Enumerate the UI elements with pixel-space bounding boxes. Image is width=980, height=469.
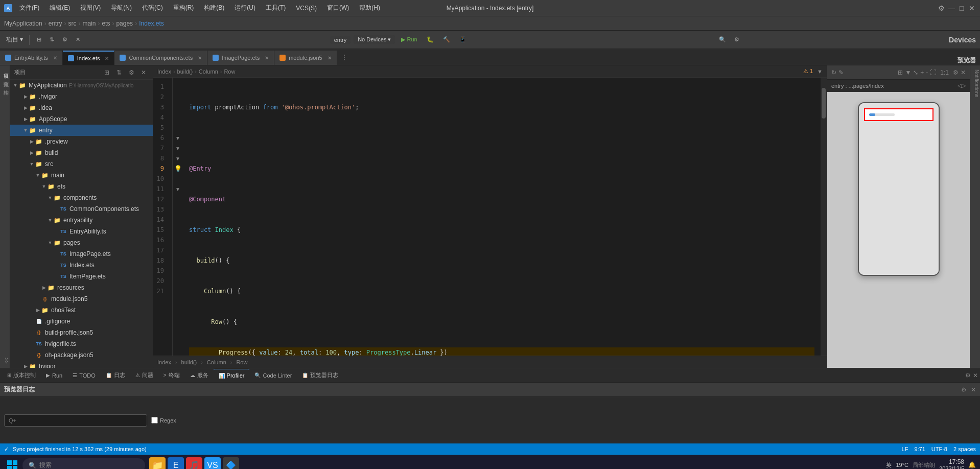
tree-item-root[interactable]: ▼ 📁 MyApplication E:\HarmonyOS\MyApplica… bbox=[10, 80, 153, 91]
left-tab-project[interactable]: 项目 bbox=[0, 65, 10, 74]
menu-item-view[interactable]: 视图(V) bbox=[77, 4, 104, 12]
tree-item-entryability[interactable]: ▼ 📁 entryability bbox=[10, 215, 153, 226]
tree-item-ets[interactable]: ▼ 📁 ets bbox=[10, 181, 153, 192]
tree-item-build-folder[interactable]: ▶ 📁 build bbox=[10, 147, 153, 158]
build-button[interactable]: 🔨 bbox=[440, 34, 453, 46]
code-container[interactable]: 1 2 3 4 5 6 7 8 9 10 11 12 13 14 15 16 1 bbox=[153, 78, 827, 356]
gutter-fold-7[interactable]: ▼ bbox=[173, 143, 183, 153]
preview-nav-next[interactable]: ▷ bbox=[962, 82, 966, 89]
editor-bc-build[interactable]: build() bbox=[177, 68, 193, 75]
menu-item-refactor[interactable]: 重构(R) bbox=[170, 4, 197, 12]
gutter-fold-11[interactable]: ▼ bbox=[173, 184, 183, 194]
tree-item-preview[interactable]: ▶ 📁 .preview bbox=[10, 136, 153, 147]
sidebar-sort-btn[interactable]: ⇅ bbox=[114, 67, 124, 78]
taskbar-app-2[interactable]: E bbox=[168, 457, 184, 470]
project-label[interactable]: 项目 ▾ bbox=[4, 35, 25, 44]
sort-icon-btn[interactable]: ⇅ bbox=[46, 34, 57, 46]
tab-index[interactable]: Index.ets ✕ bbox=[63, 51, 115, 65]
tree-item-hvigor-hidden[interactable]: ▶ 📁 .hvigor bbox=[10, 91, 153, 102]
close-panel-btn[interactable]: ✕ bbox=[73, 34, 83, 46]
breadcrumb-item-src[interactable]: src bbox=[68, 20, 76, 27]
status-indent[interactable]: 2 spaces bbox=[953, 446, 976, 452]
tree-item-index-ets[interactable]: ▶ TS Index.ets bbox=[10, 260, 153, 271]
editor-bc-index2[interactable]: Index bbox=[157, 359, 171, 365]
settings-icon[interactable]: ⚙ bbox=[937, 4, 945, 12]
taskbar-app-3[interactable]: 🎵 bbox=[186, 457, 202, 470]
left-tab-expand[interactable]: >> bbox=[0, 354, 10, 368]
preview-sync-icon[interactable]: ↻ bbox=[831, 69, 836, 76]
gutter-warning-9[interactable]: 💡 bbox=[173, 163, 183, 174]
log-search-input[interactable] bbox=[4, 414, 147, 427]
tab-close-commoncomponents[interactable]: ✕ bbox=[198, 55, 202, 61]
tree-item-appscope[interactable]: ▶ 📁 AppScope bbox=[10, 113, 153, 125]
tabs-overflow-btn[interactable]: ⋮ bbox=[337, 54, 352, 61]
menu-item-file[interactable]: 文件(F) bbox=[16, 4, 42, 12]
close-button[interactable]: ✕ bbox=[968, 4, 976, 12]
bottom-tab-todo[interactable]: ☰ TODO bbox=[67, 369, 101, 382]
layout-icon-btn[interactable]: ⊞ bbox=[34, 34, 44, 46]
notifications-tab[interactable]: Notifications bbox=[970, 65, 980, 101]
breadcrumb-item-pages[interactable]: pages bbox=[116, 20, 133, 27]
tree-item-ohpackage[interactable]: ▶ {} oh-package.json5 bbox=[10, 349, 153, 361]
tab-close-imagepage[interactable]: ✕ bbox=[265, 55, 269, 61]
tab-close-modulejson[interactable]: ✕ bbox=[328, 55, 332, 61]
tree-item-commoncomponents[interactable]: ▶ TS CommonComponents.ets bbox=[10, 203, 153, 215]
editor-bc-column2[interactable]: Column bbox=[207, 359, 226, 365]
bottom-tab-log[interactable]: 📋 日志 bbox=[101, 369, 130, 382]
preview-zoom-out-icon[interactable]: - bbox=[926, 69, 928, 76]
preview-grid-icon[interactable]: ⊞ bbox=[898, 69, 903, 76]
run-button[interactable]: ▶ Run bbox=[398, 34, 420, 46]
menu-item-run[interactable]: 运行(U) bbox=[231, 4, 259, 12]
gutter-fold-6[interactable]: ▼ bbox=[173, 133, 183, 143]
menu-item-help[interactable]: 帮助(H) bbox=[356, 4, 383, 12]
bottom-tab-problems[interactable]: ⚠ 问题 bbox=[130, 369, 158, 382]
tab-close-index[interactable]: ✕ bbox=[105, 56, 109, 61]
tree-item-buildprofile[interactable]: ▶ {} build-profile.json5 bbox=[10, 327, 153, 338]
menu-item-tools[interactable]: 工具(T) bbox=[263, 4, 289, 12]
status-encoding[interactable]: UTF-8 bbox=[931, 446, 947, 452]
breadcrumb-item-index[interactable]: Index.ets bbox=[139, 20, 164, 27]
editor-scrollbar-thumb[interactable] bbox=[822, 88, 826, 119]
taskbar-search[interactable]: 🔍 搜索 bbox=[22, 458, 145, 470]
bottom-tab-vcs[interactable]: ⊞ 版本控制 bbox=[2, 369, 41, 382]
bottom-tab-profiler[interactable]: 📊 Profiler bbox=[214, 369, 250, 382]
tree-item-src[interactable]: ▼ 📁 src bbox=[10, 158, 153, 170]
sidebar-close-btn[interactable]: ✕ bbox=[138, 67, 149, 78]
start-button[interactable] bbox=[4, 457, 20, 470]
bottom-tab-run[interactable]: ▶ Run bbox=[41, 369, 67, 382]
tree-item-hvigorfile[interactable]: ▶ TS hvigorfile.ts bbox=[10, 338, 153, 349]
tree-item-ohostest[interactable]: ▶ 📁 ohosTest bbox=[10, 304, 153, 316]
settings-btn[interactable]: ⚙ bbox=[59, 34, 71, 46]
editor-bc-index[interactable]: Index bbox=[157, 68, 171, 75]
bottom-toolbar-settings-btn[interactable]: ⚙ bbox=[961, 386, 967, 393]
tree-item-components[interactable]: ▼ 📁 components bbox=[10, 192, 153, 203]
tab-imagepage[interactable]: ImagePage.ets ✕ bbox=[207, 51, 274, 65]
editor-bc-row[interactable]: Row bbox=[224, 68, 235, 75]
preview-settings-icon[interactable]: ⚙ bbox=[953, 69, 959, 76]
menu-item-edit[interactable]: 编辑(E) bbox=[46, 4, 73, 12]
settings-main-btn[interactable]: ⚙ bbox=[731, 34, 742, 46]
left-tab-favorites[interactable]: 收藏夹 bbox=[0, 74, 10, 82]
taskbar-app-1[interactable]: 📁 bbox=[149, 457, 166, 470]
preview-nav-prev[interactable]: ◁ bbox=[958, 82, 962, 89]
tree-item-pages[interactable]: ▼ 📁 pages bbox=[10, 237, 153, 248]
bottom-tab-previewlog[interactable]: 📋 预览器日志 bbox=[297, 369, 343, 382]
sidebar-layout-btn[interactable]: ⊞ bbox=[102, 67, 112, 78]
tree-item-gitignore[interactable]: ▶ 📄 .gitignore bbox=[10, 316, 153, 327]
status-warnings[interactable]: LF bbox=[902, 446, 908, 452]
menu-item-vcs[interactable]: VCS(S) bbox=[293, 5, 320, 12]
sidebar-settings-btn[interactable]: ⚙ bbox=[126, 67, 136, 78]
debug-button[interactable]: 🐛 bbox=[424, 34, 437, 46]
warning-count[interactable]: ⚠ 1 bbox=[803, 68, 813, 75]
breadcrumb-item-ets[interactable]: ets bbox=[102, 20, 110, 27]
tab-close-entryability[interactable]: ✕ bbox=[53, 55, 57, 61]
breadcrumb-item-main[interactable]: main bbox=[82, 20, 96, 27]
tree-item-hvigor[interactable]: ▶ 📁 hvigor bbox=[10, 361, 153, 368]
minimize-button[interactable]: — bbox=[947, 4, 955, 12]
preview-chevron-icon[interactable]: ▼ bbox=[905, 69, 911, 76]
input-lang-indicator[interactable]: 英 bbox=[886, 461, 892, 469]
tree-item-itempage[interactable]: ▶ TS ItemPage.ets bbox=[10, 271, 153, 282]
tab-commoncomponents[interactable]: CommonComponents.ets ✕ bbox=[114, 51, 207, 65]
tree-item-entry[interactable]: ▼ 📁 entry bbox=[10, 125, 153, 136]
preview-fullscreen-icon[interactable]: ⛶ bbox=[930, 69, 936, 76]
